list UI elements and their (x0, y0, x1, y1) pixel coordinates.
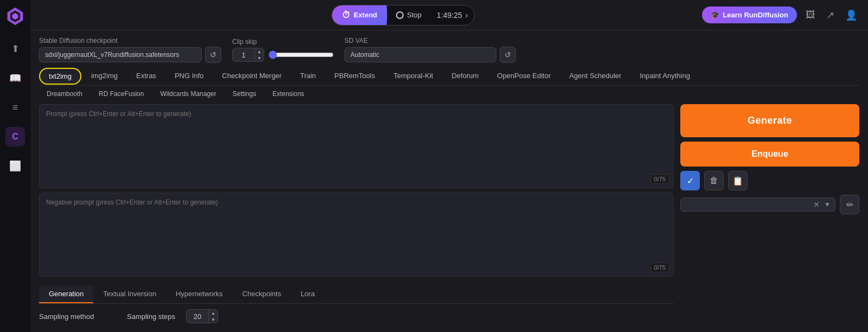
clip-number-wrap: 1 ▲ ▼ (232, 48, 264, 62)
extend-icon: ⏱ (342, 10, 350, 20)
tab-agent-scheduler[interactable]: Agent Scheduler (560, 67, 630, 85)
tab-extensions[interactable]: Extensions (265, 88, 312, 100)
negative-prompt-char-count: 0/75 (650, 263, 669, 272)
image-icon-button[interactable]: 🖼 (803, 7, 818, 23)
tab-checkpoint-merger[interactable]: Checkpoint Merger (213, 67, 290, 85)
tab-png-info[interactable]: PNG Info (166, 67, 212, 85)
vae-refresh-btn[interactable]: ↺ (500, 47, 516, 63)
bottom-tab-textual-inversion[interactable]: Textual Inversion (93, 285, 166, 303)
sidebar-c-icon[interactable]: C (5, 127, 25, 146)
styles-dropdown-btn[interactable]: ▼ (824, 201, 831, 208)
clip-group: Clip skip 1 ▲ ▼ (232, 38, 334, 62)
vae-select-wrap: Automatic ↺ (344, 47, 516, 63)
checkpoint-refresh-btn[interactable]: ↺ (205, 47, 221, 63)
clip-controls: 1 ▲ ▼ (232, 48, 334, 62)
negative-prompt-wrap: 0/75 (39, 193, 674, 277)
right-panel: Generate Enqueue ✓ 🗑 📋 ✕ ▼ ✏ (680, 104, 859, 325)
enqueue-button[interactable]: Enqueue (680, 142, 859, 167)
checkpoint-select[interactable]: sdxl/juggernautXL_v7Rundiffusion.safeten… (39, 47, 202, 62)
sidebar: ⬆ 📖 ≡ C ⬜ (0, 0, 30, 332)
clip-label: Clip skip (232, 38, 334, 46)
content-area: Stable Diffusion checkpoint sdxl/juggern… (30, 30, 868, 332)
tab-extras[interactable]: Extras (127, 67, 165, 85)
sidebar-list-icon[interactable]: ≡ (5, 98, 25, 117)
bottom-tab-checkpoints[interactable]: Checkpoints (233, 285, 291, 303)
bottom-tabs: Generation Textual Inversion Hypernetwor… (39, 285, 674, 304)
tabs-row1: txt2img img2img Extras PNG Info Checkpoi… (39, 67, 859, 86)
external-link-button[interactable]: ↗ (824, 7, 837, 23)
bottom-tab-generation[interactable]: Generation (39, 285, 93, 303)
vae-group: SD VAE Automatic ↺ (344, 37, 516, 63)
learn-label: Learn RunDiffusion (723, 11, 788, 19)
main-content: ⏱ Extend Stop 1:49:25 › 🎓 Learn RunDiffu… (30, 0, 868, 332)
clip-arrows: ▲ ▼ (254, 48, 264, 61)
bottom-tab-hypernetworks[interactable]: Hypernetworks (166, 285, 233, 303)
tab-inpaint-anything[interactable]: Inpaint Anything (631, 67, 699, 85)
prompt-textarea[interactable] (39, 104, 674, 188)
user-icon-button[interactable]: 👤 (843, 7, 859, 23)
styles-input-wrap: ✕ ▼ (680, 197, 835, 212)
action-checkbox-btn[interactable]: ✓ (680, 171, 700, 190)
sampling-row: Sampling method Sampling steps 20 ▲ ▼ (39, 304, 674, 325)
checkpoint-select-wrap: sdxl/juggernautXL_v7Rundiffusion.safeten… (39, 47, 221, 63)
learn-button[interactable]: 🎓 Learn RunDiffusion (702, 7, 797, 23)
stop-icon (396, 11, 404, 19)
topbar: ⏱ Extend Stop 1:49:25 › 🎓 Learn RunDiffu… (30, 0, 868, 30)
vae-select[interactable]: Automatic (344, 47, 496, 62)
generate-button[interactable]: Generate (680, 104, 859, 137)
checkpoint-label: Stable Diffusion checkpoint (39, 37, 221, 44)
steps-number-wrap: 20 ▲ ▼ (186, 309, 218, 323)
action-delete-btn[interactable]: 🗑 (704, 171, 724, 190)
extend-button[interactable]: ⏱ Extend (332, 5, 387, 25)
tab-wildcards-manager[interactable]: Wildcards Manager (152, 88, 224, 100)
styles-edit-btn[interactable]: ✏ (840, 195, 859, 214)
tab-dreambooth[interactable]: Dreambooth (39, 88, 90, 100)
steps-down-arrow[interactable]: ▼ (209, 316, 218, 323)
bottom-tab-lora[interactable]: Lora (291, 285, 324, 303)
extend-label: Extend (354, 11, 377, 19)
styles-clear-btn[interactable]: ✕ (812, 200, 821, 209)
tab-pbremtools[interactable]: PBRemTools (326, 67, 384, 85)
topbar-right: 🎓 Learn RunDiffusion 🖼 ↗ 👤 (702, 7, 859, 23)
tab-rd-facefusion[interactable]: RD FaceFusion (91, 88, 151, 100)
stop-button[interactable]: Stop (387, 5, 430, 25)
tab-openpose-editor[interactable]: OpenPose Editor (488, 67, 559, 85)
tab-deforum[interactable]: Deforum (443, 67, 487, 85)
vae-label: SD VAE (344, 37, 516, 44)
tab-train[interactable]: Train (291, 67, 324, 85)
session-controls: ⏱ Extend Stop 1:49:25 › (331, 5, 475, 25)
app-logo[interactable] (4, 5, 26, 27)
sidebar-upload-icon[interactable]: ⬆ (5, 39, 25, 59)
work-area: 0/75 0/75 Generation Textual Inversion (39, 104, 859, 325)
prompt-char-count: 0/75 (650, 174, 669, 184)
clip-number-input[interactable]: 1 (233, 49, 254, 61)
styles-row: ✕ ▼ ✏ (680, 195, 859, 214)
sidebar-book-icon[interactable]: 📖 (5, 68, 25, 88)
learn-icon: 🎓 (711, 11, 719, 19)
tab-img2img[interactable]: img2img (82, 67, 126, 85)
steps-arrows: ▲ ▼ (208, 310, 218, 323)
tab-settings[interactable]: Settings (225, 88, 264, 100)
steps-number-input[interactable]: 20 (187, 310, 208, 323)
styles-input[interactable] (685, 201, 809, 209)
tabs-row2: Dreambooth RD FaceFusion Wildcards Manag… (39, 86, 859, 102)
negative-prompt-textarea[interactable] (39, 193, 674, 277)
left-panel: 0/75 0/75 Generation Textual Inversion (39, 104, 674, 325)
steps-up-arrow[interactable]: ▲ (209, 310, 218, 316)
session-timer: 1:49:25 › (430, 11, 474, 20)
prompt-wrap: 0/75 (39, 104, 674, 188)
timer-chevron[interactable]: › (465, 11, 468, 20)
tab-txt2img[interactable]: txt2img (39, 68, 81, 85)
sampling-method-label: Sampling method (39, 312, 110, 321)
sidebar-monitor-icon[interactable]: ⬜ (5, 156, 25, 176)
action-row: ✓ 🗑 📋 (680, 171, 859, 190)
tab-temporal-kit[interactable]: Temporal-Kit (385, 67, 442, 85)
clip-down-arrow[interactable]: ▼ (255, 55, 264, 61)
clip-up-arrow[interactable]: ▲ (255, 48, 264, 55)
timer-value: 1:49:25 (437, 11, 462, 20)
action-copy-btn[interactable]: 📋 (728, 171, 748, 190)
clip-slider[interactable] (269, 50, 334, 59)
checkpoint-group: Stable Diffusion checkpoint sdxl/juggern… (39, 37, 221, 63)
checkpoint-row: Stable Diffusion checkpoint sdxl/juggern… (39, 37, 859, 63)
sampling-steps-label: Sampling steps (127, 312, 175, 321)
